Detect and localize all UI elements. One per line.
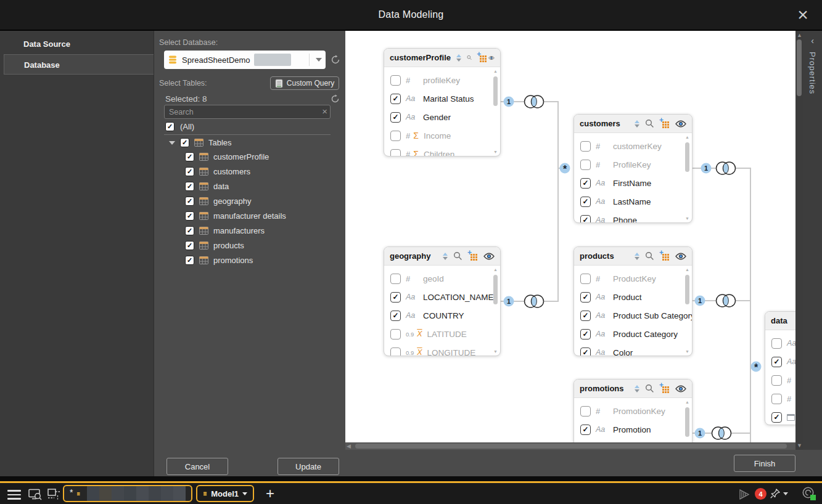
field-row[interactable]: # customerKey xyxy=(574,137,692,155)
field-checkbox[interactable] xyxy=(580,197,591,207)
field-checkbox[interactable] xyxy=(580,425,591,435)
field-checkbox[interactable] xyxy=(390,112,401,123)
field-checkbox[interactable] xyxy=(580,348,591,356)
field-checkbox[interactable] xyxy=(580,329,591,339)
field-checkbox[interactable] xyxy=(390,292,401,303)
tree-item-table[interactable]: customers xyxy=(185,164,286,179)
select-all-row[interactable]: (All) xyxy=(165,122,194,131)
sort-icon[interactable] xyxy=(635,253,639,260)
sort-icon[interactable] xyxy=(635,120,639,128)
table-card[interactable]: customers + ▲ ▼ # customerKey # ProfileK… xyxy=(573,114,693,223)
field-row[interactable]: Aa FirstName xyxy=(574,174,692,192)
card-scrollbar[interactable]: ▲ ▼ xyxy=(493,69,498,154)
table-card-header[interactable]: geography + xyxy=(384,247,500,266)
deploy-icon[interactable] xyxy=(738,489,750,500)
field-checkbox[interactable] xyxy=(390,311,401,321)
scroll-up-icon[interactable]: ▲ xyxy=(684,267,690,272)
search-icon[interactable] xyxy=(645,119,654,128)
table-checkbox[interactable] xyxy=(185,197,194,206)
field-row[interactable]: # ProfileKey xyxy=(574,155,692,174)
table-checkbox[interactable] xyxy=(185,211,194,221)
scrollbar-thumb[interactable] xyxy=(355,444,787,449)
field-row[interactable]: # profileKey xyxy=(384,71,500,89)
scrollbar-thumb[interactable] xyxy=(493,275,498,304)
collapse-expander-icon[interactable] xyxy=(169,141,175,145)
preview-eye-icon[interactable] xyxy=(675,385,686,392)
finish-button[interactable]: Finish xyxy=(734,455,795,472)
sort-icon[interactable] xyxy=(456,54,461,62)
search-input[interactable] xyxy=(164,105,331,119)
tree-item-table[interactable]: customerProfile xyxy=(185,149,286,164)
field-row[interactable]: Aa Promotion xyxy=(574,420,692,439)
join-icon[interactable] xyxy=(712,427,731,439)
field-checkbox[interactable] xyxy=(580,274,591,284)
scroll-left-icon[interactable]: ◀ xyxy=(347,443,351,449)
card-scrollbar[interactable]: ▲ ▼ xyxy=(493,267,498,354)
refresh-tables-icon[interactable] xyxy=(331,94,340,104)
sidebar-item-data-source[interactable]: Data Source xyxy=(0,34,154,54)
scroll-down-icon[interactable]: ▼ xyxy=(493,349,498,354)
select-all-checkbox[interactable] xyxy=(165,122,175,131)
table-checkbox[interactable] xyxy=(185,256,194,265)
add-column-icon[interactable]: + xyxy=(660,251,670,261)
search-icon[interactable] xyxy=(467,53,472,62)
scroll-down-icon[interactable]: ▼ xyxy=(684,216,690,221)
table-card-header[interactable]: promotions + xyxy=(574,380,692,398)
tree-item-table[interactable]: manufacturer details xyxy=(185,208,286,223)
field-checkbox[interactable] xyxy=(771,412,782,423)
chevron-down-icon[interactable] xyxy=(316,58,322,62)
field-checkbox[interactable] xyxy=(580,160,591,170)
field-row[interactable]: Aa Product xyxy=(574,288,692,306)
field-checkbox[interactable] xyxy=(580,141,591,152)
chevron-down-icon[interactable] xyxy=(242,492,247,495)
notification-badge[interactable]: 4 xyxy=(755,488,767,500)
field-row[interactable]: 0.9X LATITUDE xyxy=(384,325,500,343)
table-card[interactable]: customerProfile + ▲ ▼ # profileKey Aa Ma… xyxy=(384,48,501,156)
scrollbar-thumb[interactable] xyxy=(685,407,689,437)
join-icon[interactable] xyxy=(525,295,544,307)
table-card-header[interactable]: data + xyxy=(765,312,795,330)
connection-status-icon[interactable] xyxy=(802,486,816,501)
field-checkbox[interactable] xyxy=(390,329,401,339)
field-checkbox[interactable] xyxy=(390,94,401,104)
field-row[interactable] xyxy=(765,408,795,425)
card-scrollbar[interactable]: ▲ ▼ xyxy=(684,400,690,442)
sort-icon[interactable] xyxy=(443,253,448,260)
tree-item-table[interactable]: products xyxy=(185,238,286,253)
custom-query-button[interactable]: Custom Query xyxy=(270,76,339,90)
table-card[interactable]: promotions + ▲ ▼ # PromotionKey Aa Promo… xyxy=(573,379,693,442)
scroll-down-icon[interactable]: ▼ xyxy=(797,442,802,449)
field-row[interactable]: # xyxy=(765,371,795,389)
field-checkbox[interactable] xyxy=(390,149,401,156)
add-column-icon[interactable]: + xyxy=(477,53,483,62)
preview-eye-icon[interactable] xyxy=(675,120,686,128)
search-icon[interactable] xyxy=(453,251,462,261)
field-checkbox[interactable] xyxy=(390,348,401,356)
field-row[interactable]: Aa xyxy=(765,334,795,352)
tree-item-table[interactable]: promotions xyxy=(185,253,286,267)
field-checkbox[interactable] xyxy=(580,215,591,223)
tab-current-file[interactable]: * xyxy=(63,485,192,502)
table-checkbox[interactable] xyxy=(185,226,194,235)
scrollbar-thumb[interactable] xyxy=(685,275,689,304)
field-row[interactable]: Aa Gender xyxy=(384,108,500,126)
field-checkbox[interactable] xyxy=(580,178,591,189)
field-row[interactable]: Aa COUNTRY xyxy=(384,306,500,325)
join-icon[interactable] xyxy=(717,162,736,174)
join-icon[interactable] xyxy=(525,96,544,108)
table-checkbox[interactable] xyxy=(185,167,194,176)
model-canvas[interactable]: 1 * 1 1 * 1 1 customerProfile + xyxy=(345,31,795,442)
field-checkbox[interactable] xyxy=(580,311,591,321)
scroll-up-icon[interactable]: ▲ xyxy=(684,135,690,139)
field-row[interactable]: Aa xyxy=(765,352,795,371)
update-button[interactable]: Update xyxy=(277,458,339,475)
scrollbar-thumb[interactable] xyxy=(797,39,802,96)
field-row[interactable]: Aa Marital Status xyxy=(384,89,500,108)
tree-item-table[interactable]: geography xyxy=(185,193,286,208)
table-checkbox[interactable] xyxy=(185,152,194,161)
table-card-header[interactable]: customers + xyxy=(574,115,692,133)
field-checkbox[interactable] xyxy=(390,75,401,86)
scroll-up-icon[interactable]: ▲ xyxy=(797,32,802,38)
table-card-header[interactable]: products + xyxy=(574,247,692,266)
tab-model1[interactable]: Model1 xyxy=(196,485,254,502)
